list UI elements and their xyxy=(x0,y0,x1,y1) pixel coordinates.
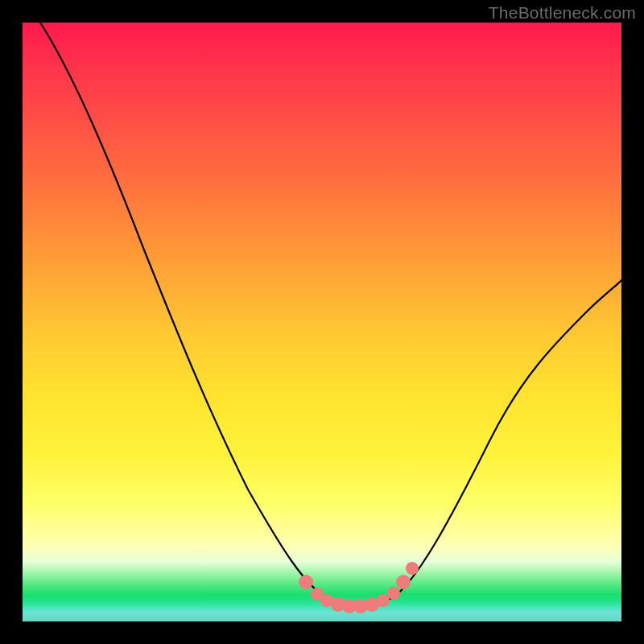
plot-area xyxy=(23,23,621,621)
curve-layer xyxy=(23,23,621,621)
svg-point-10 xyxy=(406,562,419,575)
bottleneck-curve xyxy=(40,23,621,607)
svg-point-7 xyxy=(377,594,390,607)
svg-point-0 xyxy=(299,575,313,589)
highlight-markers xyxy=(299,562,419,613)
chart-frame: TheBottleneck.com xyxy=(0,0,644,644)
svg-point-8 xyxy=(387,587,400,600)
svg-point-9 xyxy=(396,575,411,589)
watermark-text: TheBottleneck.com xyxy=(489,3,636,23)
